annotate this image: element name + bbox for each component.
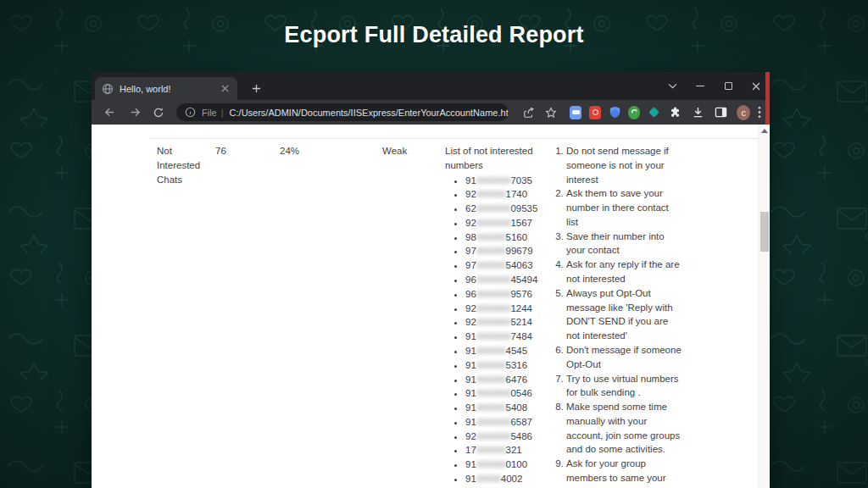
suggestion-item: Do not send message if someone is not in… — [566, 144, 683, 186]
tab-close-icon[interactable] — [219, 83, 231, 95]
phone-number-item: 910000005408 — [465, 401, 543, 415]
suggestion-item: Always put Opt-Out message like 'Reply w… — [566, 286, 683, 343]
redacted-digits: 0000000 — [476, 417, 511, 427]
number-suffix: 6476 — [506, 374, 528, 385]
number-suffix: 7035 — [510, 175, 532, 186]
url-path: C:/Users/ADMIN/Documents/IISExpress/Ente… — [230, 108, 509, 118]
phone-number-item: 910000005316 — [465, 358, 543, 373]
phone-number-item: 9200000001567 — [465, 216, 543, 230]
share-icon[interactable] — [523, 107, 535, 119]
suggestion-item: Ask them to save your number in there co… — [566, 186, 683, 229]
phone-number-item: 9200000005486 — [465, 430, 543, 444]
page-scrollbar[interactable] — [758, 125, 770, 488]
tab-title: Hello, world! — [120, 84, 219, 94]
number-prefix: 92 — [465, 218, 476, 228]
reload-icon[interactable] — [153, 107, 164, 119]
number-prefix: 92 — [465, 317, 476, 327]
address-bar[interactable]: File | C:/Users/ADMIN/Documents/IISExpre… — [176, 103, 509, 121]
download-icon[interactable] — [692, 106, 704, 119]
suggestion-item: Make spend some time manually with your … — [566, 400, 683, 457]
number-suffix: 99679 — [506, 246, 533, 256]
redacted-digits: 000000 — [476, 232, 506, 242]
new-tab-button[interactable] — [248, 80, 264, 97]
number-suffix: 4002 — [501, 474, 523, 484]
red-extension-icon[interactable] — [589, 106, 601, 119]
blue-extension-icon[interactable] — [570, 106, 581, 119]
row-strength: Weak — [382, 144, 407, 158]
number-prefix: 92 — [465, 431, 476, 441]
redacted-digits: 000000 — [476, 374, 506, 385]
redacted-digits: 0000000 — [476, 303, 511, 313]
tab-search-chevron-icon[interactable] — [667, 81, 677, 92]
number-suffix: 7484 — [510, 331, 532, 341]
green-extension-icon[interactable] — [628, 106, 640, 119]
scrollbar-thumb[interactable] — [760, 212, 769, 252]
page-info-icon[interactable] — [185, 107, 196, 118]
phone-number-item: 17000000321 — [465, 443, 543, 458]
number-prefix: 92 — [465, 189, 476, 199]
extensions-puzzle-icon[interactable] — [669, 106, 682, 119]
phone-number-item: 62000000009535 — [465, 202, 543, 216]
phone-number-item: 910000006476 — [465, 373, 543, 387]
scrollbar-up-arrow-icon[interactable] — [761, 129, 768, 133]
phone-number-item: 910000000100 — [465, 458, 543, 472]
url-separator: | — [221, 108, 224, 118]
number-prefix: 96 — [465, 289, 476, 299]
number-prefix: 17 — [465, 445, 476, 455]
forward-arrow-icon[interactable] — [129, 106, 142, 119]
phone-number-item: 9200000005214 — [465, 315, 543, 330]
number-prefix: 96 — [465, 274, 476, 285]
red-edge-indicator — [765, 72, 770, 125]
redacted-digits: 0000000 — [476, 289, 511, 299]
phone-number-item: 9100000000546 — [465, 386, 543, 401]
redacted-digits: 000000 — [476, 260, 506, 270]
number-suffix: 5160 — [506, 232, 528, 242]
suggestions-column: Do not send message if someone is not in… — [554, 144, 688, 485]
number-suffix: 1244 — [510, 303, 532, 313]
number-suffix: 6587 — [510, 417, 532, 427]
phone-number-item: 91000004002 — [465, 472, 543, 486]
redacted-digits: 0000000 — [476, 274, 511, 285]
number-prefix: 91 — [465, 417, 476, 427]
redacted-digits: 000000 — [476, 360, 506, 370]
number-prefix: 98 — [465, 232, 476, 242]
bookmark-star-icon[interactable] — [545, 107, 557, 119]
numbers-column: List of not interested numbers 910000000… — [445, 144, 543, 488]
window-controls — [667, 72, 761, 100]
close-button[interactable] — [751, 81, 761, 92]
phone-number-item: 9700000054063 — [465, 258, 543, 273]
number-suffix: 09535 — [510, 203, 537, 214]
phone-number-item: 96000000045494 — [465, 273, 543, 287]
number-suffix: 45494 — [510, 274, 537, 285]
number-suffix: 9576 — [510, 289, 532, 299]
number-prefix: 91 — [465, 474, 476, 484]
phone-number-item: 910000004545 — [465, 344, 543, 358]
number-prefix: 91 — [465, 360, 476, 370]
suggestion-item: Ask for any reply if the are not interes… — [566, 258, 683, 286]
redacted-digits: 0000000 — [476, 431, 511, 441]
phone-number-item: 9200000001244 — [465, 302, 543, 316]
number-suffix: 1567 — [510, 218, 532, 228]
shield-extension-icon[interactable] — [609, 106, 621, 119]
minimize-button[interactable] — [695, 81, 705, 92]
side-panel-icon[interactable] — [715, 106, 727, 119]
number-suffix: 5486 — [510, 431, 532, 441]
number-prefix: 91 — [465, 331, 476, 341]
suggestion-item: Don't message if someone Opt-Out — [566, 343, 683, 372]
browser-window: Hello, world! — [92, 72, 770, 488]
profile-avatar[interactable]: c — [737, 105, 750, 120]
browser-tab[interactable]: Hello, world! — [95, 77, 237, 100]
table-row-divider — [149, 138, 758, 139]
maximize-button[interactable] — [723, 81, 733, 92]
kebab-menu-icon[interactable] — [758, 106, 761, 119]
back-arrow-icon[interactable] — [103, 106, 116, 119]
row-percent: 24% — [280, 144, 299, 158]
redacted-digits: 0000000 — [476, 317, 511, 327]
number-suffix: 321 — [506, 445, 522, 455]
teal-extension-icon[interactable] — [648, 106, 659, 119]
number-suffix: 0100 — [506, 459, 528, 469]
numbers-list-title: List of not interested numbers — [445, 144, 543, 173]
redacted-digits: 000000 — [476, 189, 506, 199]
number-prefix: 91 — [465, 374, 476, 385]
redacted-digits: 0000000 — [476, 218, 511, 228]
